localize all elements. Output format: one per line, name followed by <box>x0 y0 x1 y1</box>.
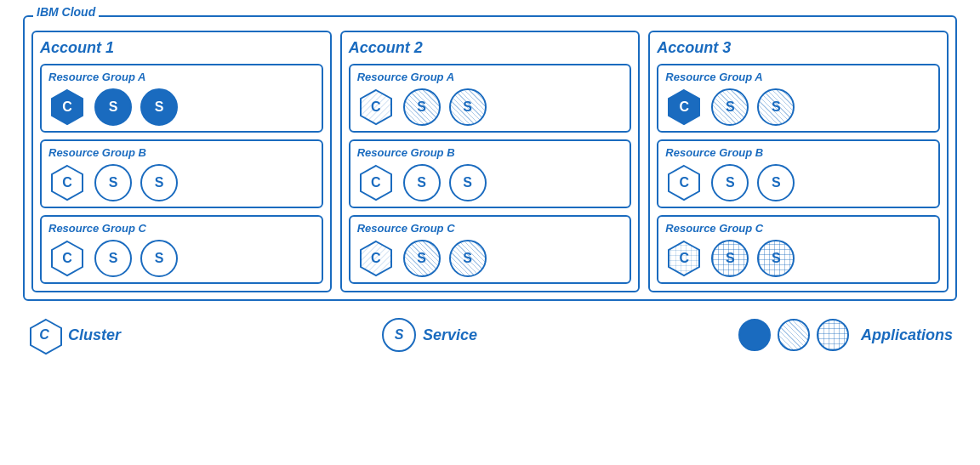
resource-icon: S <box>140 240 178 277</box>
ibm-cloud-container: IBM Cloud Account 1Resource Group ACSSRe… <box>23 15 957 301</box>
resource-group: Resource Group BCSS <box>349 139 632 208</box>
resource-icon: S <box>382 318 416 352</box>
main-container: IBM Cloud Account 1Resource Group ACSSRe… <box>0 0 980 367</box>
resource-icon: S <box>757 240 795 277</box>
account-box: Account 3Resource Group ACSSResource Gro… <box>648 31 949 292</box>
resource-icon: S <box>449 164 487 201</box>
ibm-cloud-title: IBM Cloud <box>33 5 99 19</box>
legend-applications: Applications <box>738 319 953 351</box>
resource-icon: C <box>357 88 395 126</box>
resource-icon: C <box>665 164 703 201</box>
resource-group-title: Resource Group C <box>48 222 315 235</box>
resource-group: Resource Group C CSS <box>657 215 940 284</box>
resource-group: Resource Group A CSS <box>349 64 632 133</box>
resource-group-title: Resource Group A <box>665 71 932 83</box>
resource-group: Resource Group ACSS <box>40 64 323 133</box>
resource-group-title: Resource Group B <box>48 146 315 159</box>
icons-row: CSS <box>357 240 624 277</box>
icons-row: CSS <box>48 240 315 277</box>
icons-row: CSS <box>357 88 624 126</box>
resource-icon: S <box>140 88 178 126</box>
resource-icon: S <box>403 240 441 277</box>
resource-icon: S <box>94 240 132 277</box>
resource-group: Resource Group BCSS <box>40 139 323 208</box>
icons-row: CSS <box>665 240 932 277</box>
legend-cluster-label: Cluster <box>68 326 121 344</box>
resource-icon: S <box>449 88 487 126</box>
resource-icon: S <box>757 164 795 201</box>
resource-icon <box>817 319 849 351</box>
resource-icon: C <box>27 318 61 352</box>
resource-icon: C <box>48 240 86 277</box>
resource-group-title: Resource Group C <box>665 222 932 235</box>
icons-row: CSS <box>357 164 624 201</box>
resource-icon: C <box>48 88 86 126</box>
resource-icon: C <box>48 164 86 201</box>
resource-group-title: Resource Group C <box>357 222 624 235</box>
resource-icon: C <box>357 240 395 277</box>
resource-group-title: Resource Group A <box>48 71 315 83</box>
resource-group: Resource Group ACSS <box>657 64 940 133</box>
legend-applications-label: Applications <box>861 326 953 344</box>
resource-icon: S <box>94 164 132 201</box>
resource-icon: S <box>711 240 749 277</box>
resource-icon: S <box>449 240 487 277</box>
resource-icon: S <box>757 88 795 126</box>
icons-row: CSS <box>48 88 315 126</box>
resource-icon: S <box>140 164 178 201</box>
account-title: Account 2 <box>349 39 632 57</box>
resource-icon: S <box>94 88 132 126</box>
resource-group-title: Resource Group B <box>357 146 624 159</box>
resource-group-title: Resource Group B <box>665 146 932 159</box>
resource-icon: S <box>711 88 749 126</box>
accounts-row: Account 1Resource Group ACSSResource Gro… <box>31 31 949 292</box>
resource-icon: C <box>665 240 703 277</box>
resource-icon: C <box>665 88 703 126</box>
resource-group: Resource Group C CSS <box>349 215 632 284</box>
legend: CClusterSServiceApplications <box>10 309 970 360</box>
resource-icon <box>778 319 810 351</box>
account-box: Account 2Resource Group A CSSResource Gr… <box>340 31 641 292</box>
resource-icon: S <box>403 88 441 126</box>
resource-icon <box>738 319 771 351</box>
resource-group-title: Resource Group A <box>357 71 624 83</box>
legend-service-label: Service <box>423 326 477 344</box>
resource-group: Resource Group CCSS <box>40 215 323 284</box>
resource-icon: C <box>357 164 395 201</box>
resource-icon: S <box>711 164 749 201</box>
legend-cluster: CCluster <box>27 318 121 352</box>
icons-row: CSS <box>665 164 932 201</box>
account-title: Account 3 <box>657 39 940 57</box>
legend-service: SService <box>382 318 477 352</box>
account-title: Account 1 <box>40 39 323 57</box>
icons-row: CSS <box>665 88 932 126</box>
resource-icon: S <box>403 164 441 201</box>
icons-row: CSS <box>48 164 315 201</box>
resource-group: Resource Group BCSS <box>657 139 940 208</box>
account-box: Account 1Resource Group ACSSResource Gro… <box>31 31 332 292</box>
